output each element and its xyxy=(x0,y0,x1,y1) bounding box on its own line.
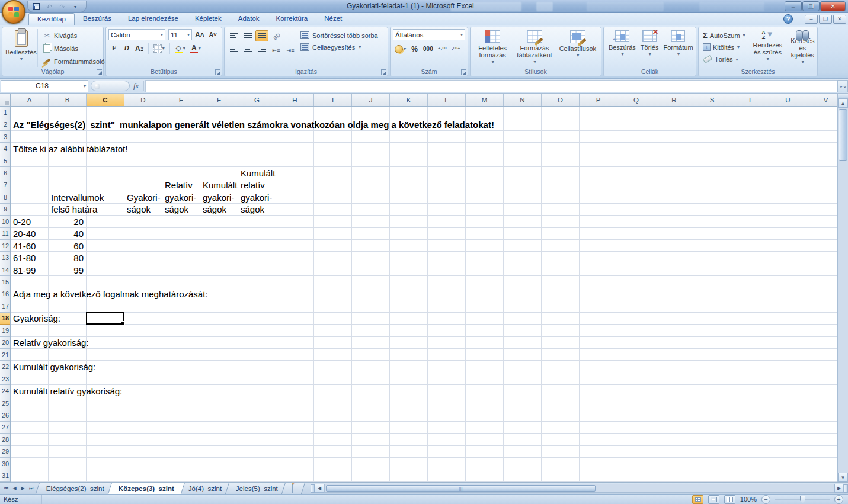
row-header-19[interactable]: 19 xyxy=(0,325,11,336)
redo-icon[interactable]: ↷ xyxy=(57,2,67,11)
zoom-slider-thumb[interactable] xyxy=(800,496,805,503)
column-header-E[interactable]: E xyxy=(162,94,200,107)
fill-button[interactable]: ↓ Kitöltés▾ xyxy=(701,43,747,52)
cell-E7[interactable]: Relatív xyxy=(165,179,193,191)
cell-A14[interactable]: 81-99 xyxy=(13,264,36,276)
comma-style-button[interactable]: 000 xyxy=(421,43,435,54)
row-header-3[interactable]: 3 xyxy=(0,131,11,143)
workbook-minimize-button[interactable]: – xyxy=(805,15,818,24)
row-header-6[interactable]: 6 xyxy=(0,167,11,179)
decrease-decimal-icon[interactable]: ·⁰⁰⁺ xyxy=(450,43,462,54)
cell-B8[interactable]: Intervallumok xyxy=(51,191,104,203)
column-header-H[interactable]: H xyxy=(276,94,314,107)
zoom-slider[interactable] xyxy=(775,499,830,500)
ribbon-tab-korrektúra[interactable]: Korrektúra xyxy=(268,13,316,25)
cell-A10[interactable]: 0-20 xyxy=(13,216,31,227)
scroll-right-icon[interactable]: ▶ xyxy=(834,484,844,493)
clipboard-dialog-launcher-icon[interactable] xyxy=(97,69,102,75)
cell-A13[interactable]: 61-80 xyxy=(13,252,36,264)
select-all-button[interactable] xyxy=(0,94,11,107)
row-header-10[interactable]: 10 xyxy=(0,216,11,227)
cell-A12[interactable]: 41-60 xyxy=(13,240,36,252)
row-header-11[interactable]: 11 xyxy=(0,228,11,240)
bold-button[interactable]: F xyxy=(108,43,120,54)
selection-box[interactable] xyxy=(86,312,124,325)
increase-decimal-icon[interactable]: ⁺·⁰⁰ xyxy=(436,43,449,54)
column-header-L[interactable]: L xyxy=(428,94,466,107)
cell-F9[interactable]: ságok xyxy=(203,204,226,216)
ribbon-tab-adatok[interactable]: Adatok xyxy=(230,13,268,25)
align-left-button[interactable] xyxy=(227,44,240,56)
row-header-24[interactable]: 24 xyxy=(0,385,11,397)
cell-G6[interactable]: Kumulált xyxy=(241,167,275,179)
save-icon[interactable] xyxy=(31,2,41,11)
copy-button[interactable]: Másolás xyxy=(40,43,107,54)
align-top-button[interactable] xyxy=(227,30,240,41)
grow-font-icon[interactable]: A˄ xyxy=(193,29,206,40)
row-header-1[interactable]: 1 xyxy=(0,107,11,118)
column-header-M[interactable]: M xyxy=(466,94,504,107)
format-cells-button[interactable]: Formátum▾ xyxy=(661,29,695,67)
column-header-F[interactable]: F xyxy=(200,94,238,107)
cell-A4[interactable]: Töltse ki az alábbi táblázatot! xyxy=(13,143,127,155)
column-header-U[interactable]: U xyxy=(769,94,807,107)
align-right-button[interactable] xyxy=(255,44,268,56)
column-header-K[interactable]: K xyxy=(390,94,428,107)
sheet-tab-Jeles(5)_szint[interactable]: Jeles(5)_szint xyxy=(225,483,289,494)
row-header-23[interactable]: 23 xyxy=(0,373,11,385)
row-header-9[interactable]: 9 xyxy=(0,204,11,216)
font-color-button[interactable]: A▾ xyxy=(188,43,203,54)
row-header-22[interactable]: 22 xyxy=(0,361,11,373)
italic-button[interactable]: D xyxy=(121,43,132,54)
last-sheet-icon[interactable]: ⏭ xyxy=(27,484,35,493)
vertical-scrollbar[interactable]: ▲ ▼ xyxy=(837,94,848,482)
cell-F7[interactable]: Kumulált xyxy=(203,179,237,191)
help-icon[interactable]: ? xyxy=(783,14,793,24)
cell-D8[interactable]: Gyakori- xyxy=(127,191,161,203)
increase-indent-icon[interactable]: ⇥≡ xyxy=(284,44,297,56)
number-format-select[interactable]: Általános▾ xyxy=(393,29,465,40)
row-header-21[interactable]: 21 xyxy=(0,349,11,361)
row-header-15[interactable]: 15 xyxy=(0,276,11,288)
cells-layer[interactable]: Az "Elégséges(2) szint" munkalapon gener… xyxy=(11,107,837,482)
column-header-G[interactable]: G xyxy=(238,94,276,107)
cell-G8[interactable]: gyakori- xyxy=(241,191,272,203)
row-header-2[interactable]: 2 xyxy=(0,118,11,130)
percent-button[interactable]: % xyxy=(409,43,420,54)
cell-F8[interactable]: gyakori- xyxy=(203,191,234,203)
insert-cells-button[interactable]: ← Beszúrás▾ xyxy=(606,29,638,67)
horizontal-scrollbar[interactable] xyxy=(324,484,834,493)
workbook-restore-button[interactable]: ❐ xyxy=(819,15,832,24)
tab-split-handle[interactable] xyxy=(311,484,315,493)
row-header-16[interactable]: 16 xyxy=(0,288,11,300)
alignment-dialog-launcher-icon[interactable] xyxy=(381,69,386,75)
cell-D9[interactable]: ságok xyxy=(127,204,151,216)
horizontal-scrollbar-thumb[interactable] xyxy=(326,485,596,492)
cell-A2[interactable]: Az "Elégséges(2) szint" munkalapon gener… xyxy=(13,118,494,130)
column-header-R[interactable]: R xyxy=(655,94,693,107)
workbook-close-button[interactable]: ✕ xyxy=(833,15,846,24)
cell-B13[interactable]: 80 xyxy=(49,252,84,264)
format-painter-button[interactable]: Formátummásoló xyxy=(40,56,107,67)
zoom-out-icon[interactable]: − xyxy=(761,495,770,504)
normal-view-button[interactable] xyxy=(692,495,703,504)
column-header-S[interactable]: S xyxy=(693,94,731,107)
column-header-C[interactable]: C xyxy=(87,94,124,107)
cell-B12[interactable]: 60 xyxy=(49,240,84,252)
cell-B14[interactable]: 99 xyxy=(49,264,84,276)
cell-B10[interactable]: 20 xyxy=(49,216,84,227)
wrap-text-button[interactable]: Sortöréssel több sorba xyxy=(300,31,378,39)
paste-button[interactable]: Beillesztés▾ xyxy=(5,29,38,67)
column-header-A[interactable]: A xyxy=(11,94,49,107)
scroll-up-icon[interactable]: ▲ xyxy=(838,98,848,108)
align-middle-button[interactable] xyxy=(241,30,254,41)
column-header-B[interactable]: B xyxy=(49,94,87,107)
cell-E8[interactable]: gyakori- xyxy=(165,191,196,203)
column-header-O[interactable]: O xyxy=(542,94,580,107)
cell-G9[interactable]: ságok xyxy=(241,204,264,216)
cell-E9[interactable]: ságok xyxy=(165,204,188,216)
row-header-20[interactable]: 20 xyxy=(0,337,11,349)
cell-A22[interactable]: Kumulált gyakoriság: xyxy=(13,361,95,373)
currency-button[interactable]: ▾ xyxy=(393,43,408,54)
name-box[interactable]: C18▾ xyxy=(1,80,88,92)
